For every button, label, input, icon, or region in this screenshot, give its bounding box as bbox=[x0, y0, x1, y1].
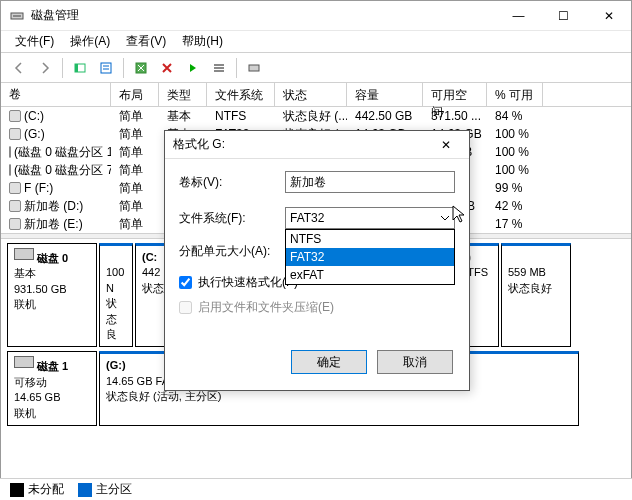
col-type[interactable]: 类型 bbox=[159, 83, 207, 106]
menu-view[interactable]: 查看(V) bbox=[118, 31, 174, 52]
svg-rect-10 bbox=[214, 70, 224, 72]
svg-rect-1 bbox=[13, 15, 21, 17]
ok-button[interactable]: 确定 bbox=[291, 350, 367, 374]
show-hide-button[interactable] bbox=[68, 56, 92, 80]
volume-label-input[interactable] bbox=[285, 171, 455, 193]
svg-rect-11 bbox=[249, 65, 259, 71]
menu-action[interactable]: 操作(A) bbox=[62, 31, 118, 52]
table-header: 卷 布局 类型 文件系统 状态 容量 可用空间 % 可用 bbox=[1, 83, 631, 107]
quick-format-checkbox[interactable] bbox=[179, 276, 192, 289]
refresh-button[interactable] bbox=[129, 56, 153, 80]
save-button[interactable] bbox=[181, 56, 205, 80]
allocation-label: 分配单元大小(A): bbox=[179, 243, 285, 260]
delete-button[interactable] bbox=[155, 56, 179, 80]
svg-rect-4 bbox=[101, 63, 111, 73]
properties-button[interactable] bbox=[94, 56, 118, 80]
filesystem-dropdown[interactable]: NTFSFAT32exFAT bbox=[285, 229, 455, 285]
partition[interactable]: 100 N状态良 bbox=[99, 243, 133, 347]
col-capacity[interactable]: 容量 bbox=[347, 83, 423, 106]
dialog-close-button[interactable]: ✕ bbox=[431, 131, 461, 159]
col-status[interactable]: 状态 bbox=[275, 83, 347, 106]
back-button[interactable] bbox=[7, 56, 31, 80]
filesystem-value: FAT32 bbox=[286, 211, 436, 225]
cancel-button[interactable]: 取消 bbox=[377, 350, 453, 374]
chevron-down-icon bbox=[436, 213, 454, 223]
svg-rect-9 bbox=[214, 67, 224, 69]
maximize-button[interactable]: ☐ bbox=[541, 1, 586, 31]
compress-checkbox bbox=[179, 301, 192, 314]
svg-rect-3 bbox=[75, 64, 78, 72]
partition[interactable]: 559 MB状态良好 bbox=[501, 243, 571, 347]
format-dialog: 格式化 G: ✕ 卷标(V): 文件系统(F): FAT32 NTFSFAT32… bbox=[164, 130, 470, 391]
col-volume[interactable]: 卷 bbox=[1, 83, 111, 106]
compress-label: 启用文件和文件夹压缩(E) bbox=[198, 299, 334, 316]
legend-unalloc: 未分配 bbox=[28, 482, 64, 496]
settings-button[interactable] bbox=[242, 56, 266, 80]
volume-label-text: 卷标(V): bbox=[179, 174, 285, 191]
filesystem-option[interactable]: exFAT bbox=[286, 266, 454, 284]
svg-rect-8 bbox=[214, 64, 224, 66]
window-title: 磁盘管理 bbox=[31, 7, 496, 24]
list-button[interactable] bbox=[207, 56, 231, 80]
menu-file[interactable]: 文件(F) bbox=[7, 31, 62, 52]
disk-info[interactable]: 磁盘 1可移动14.65 GB联机 bbox=[7, 351, 97, 426]
titlebar: 磁盘管理 — ☐ ✕ bbox=[1, 1, 631, 31]
filesystem-label: 文件系统(F): bbox=[179, 210, 285, 227]
app-icon bbox=[9, 8, 25, 24]
dialog-title: 格式化 G: bbox=[173, 136, 431, 153]
table-row[interactable]: (C:)简单基本NTFS状态良好 (...442.50 GB371.50 ...… bbox=[1, 107, 631, 125]
menu-help[interactable]: 帮助(H) bbox=[174, 31, 231, 52]
filesystem-option[interactable]: FAT32 bbox=[286, 248, 454, 266]
forward-button[interactable] bbox=[33, 56, 57, 80]
filesystem-combo[interactable]: FAT32 bbox=[285, 207, 455, 229]
col-freespace[interactable]: 可用空间 bbox=[423, 83, 487, 106]
legend: 未分配 主分区 bbox=[0, 478, 632, 500]
col-layout[interactable]: 布局 bbox=[111, 83, 159, 106]
minimize-button[interactable]: — bbox=[496, 1, 541, 31]
col-filesystem[interactable]: 文件系统 bbox=[207, 83, 275, 106]
close-button[interactable]: ✕ bbox=[586, 1, 631, 31]
quick-format-label: 执行快速格式化(P) bbox=[198, 274, 298, 291]
col-percentfree[interactable]: % 可用 bbox=[487, 83, 543, 106]
filesystem-option[interactable]: NTFS bbox=[286, 230, 454, 248]
legend-primary: 主分区 bbox=[96, 482, 132, 496]
disk-info[interactable]: 磁盘 0基本931.50 GB联机 bbox=[7, 243, 97, 347]
toolbar bbox=[1, 53, 631, 83]
menubar: 文件(F) 操作(A) 查看(V) 帮助(H) bbox=[1, 31, 631, 53]
